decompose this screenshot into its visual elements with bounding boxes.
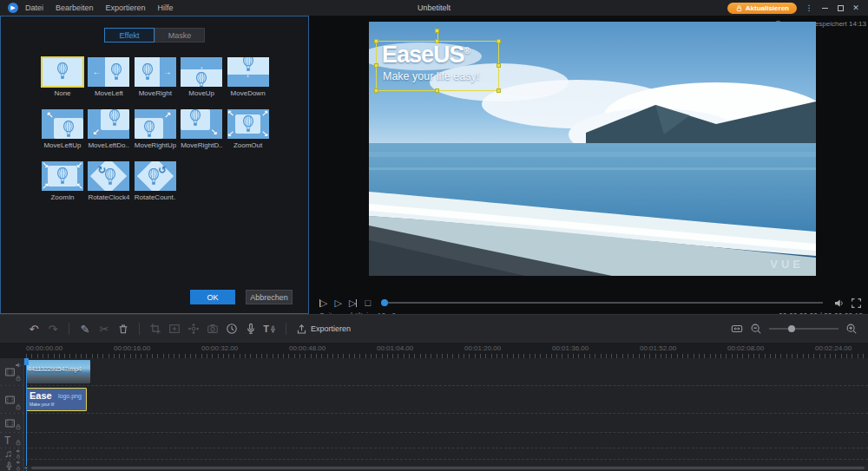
menu-datei[interactable]: Datei [25, 3, 43, 12]
text-track: T [0, 433, 868, 448]
effect-move-right-down[interactable]: ↘MoveRightD... [181, 109, 222, 149]
resize-handle-top-right[interactable] [496, 39, 501, 43]
video-clip[interactable]: 441132291547.mp4 [26, 360, 90, 383]
playhead-handle[interactable] [24, 358, 29, 365]
play-button[interactable]: ▷ [334, 298, 341, 308]
tab-effekt[interactable]: Effekt [104, 28, 155, 43]
direction-arrow-icon: ↖ [46, 111, 53, 120]
cancel-button[interactable]: Abbrechen [246, 290, 293, 304]
timeline-zoom-slider[interactable] [769, 328, 838, 330]
effect-move-right[interactable]: →MoveRight [135, 57, 176, 97]
resize-handle-mid-right[interactable] [496, 63, 501, 68]
seek-bar[interactable] [383, 302, 823, 304]
mute-track-icon[interactable] [16, 460, 21, 465]
snapshot-camera-icon[interactable] [203, 319, 222, 338]
motion-icon[interactable] [184, 319, 203, 338]
text-track-head: T [0, 433, 24, 448]
more-options-icon[interactable]: ⋮ [802, 2, 816, 14]
timeline: 00:00:00.0000:00:16.0000:00:32.0000:00:4… [0, 343, 868, 471]
app-logo-icon[interactable]: ▶ [8, 3, 18, 13]
ruler-timecode: 00:00:48.00 [289, 344, 326, 352]
step-backward-button[interactable]: ◁ [319, 298, 327, 308]
effect-move-up[interactable]: ↑MoveUp [181, 57, 222, 97]
lock-track-icon[interactable] [16, 454, 21, 459]
effect-none[interactable]: None [42, 57, 83, 97]
titlebar: ▶ DateiBearbeitenExportierenHilfe Unbeti… [0, 0, 868, 16]
text-to-speech-icon[interactable]: T [260, 319, 279, 338]
scrollbar-thumb[interactable] [31, 467, 865, 469]
undo-icon[interactable]: ↶ [24, 319, 43, 338]
volume-icon[interactable] [833, 298, 845, 309]
rotate-handle[interactable] [435, 29, 439, 33]
effect-move-left[interactable]: ←MoveLeft [88, 57, 129, 97]
lock-track-icon[interactable] [15, 423, 22, 430]
maximize-button[interactable] [833, 2, 847, 14]
fullscreen-icon[interactable] [851, 298, 862, 309]
zoom-frame-icon[interactable] [165, 319, 184, 338]
tab-maske[interactable]: Maske [155, 28, 205, 43]
video-canvas[interactable]: EaseUS® Make your life easy! VUE [369, 22, 816, 276]
fit-timeline-icon[interactable] [731, 323, 743, 335]
resize-handle-mid-left[interactable] [374, 63, 378, 68]
lock-track-icon[interactable] [15, 375, 22, 382]
lock-track-icon[interactable] [16, 466, 21, 471]
duration-clock-icon[interactable] [222, 319, 241, 338]
timeline-horizontal-scrollbar[interactable]: ◂ [24, 466, 868, 470]
balloon-icon [110, 63, 123, 82]
resize-handle-bottom-right[interactable] [496, 88, 501, 93]
effect-label: RotateClock45 [88, 193, 129, 201]
lock-track-icon[interactable] [15, 403, 22, 410]
logo-clip[interactable]: Ease Make your lif logo.png [26, 388, 87, 411]
resize-handle-top-left[interactable] [374, 39, 378, 43]
resize-handle-bottom-center[interactable] [435, 88, 439, 93]
minimize-button[interactable] [818, 2, 832, 14]
edit-pencil-icon[interactable]: ✎ [76, 319, 95, 338]
video-track-body[interactable]: 441132291547.mp4 [24, 358, 868, 385]
zoom-out-icon[interactable] [750, 323, 762, 335]
effect-move-down[interactable]: ↓MoveDown [227, 57, 269, 97]
effect-move-left-down[interactable]: ↙MoveLeftDo... [88, 109, 129, 149]
effect-zoom-out[interactable]: ↖↗↙↘ZoomOut [227, 109, 269, 149]
redo-icon[interactable]: ↷ [43, 319, 62, 338]
scroll-left-arrow[interactable]: ◂ [24, 464, 27, 470]
crop-icon[interactable] [146, 319, 165, 338]
music-track-body[interactable] [24, 448, 868, 459]
effect-thumbnail: ↖ [42, 109, 83, 139]
effect-move-left-up[interactable]: ↖MoveLeftUp [42, 109, 83, 149]
video-track: 441132291547.mp4 [0, 358, 868, 386]
timeline-ruler[interactable]: 00:00:00.0000:00:16.0000:00:32.0000:00:4… [0, 343, 868, 358]
overlay-track-1-body[interactable]: Ease Make your lif logo.png [24, 386, 868, 413]
effect-move-right-up[interactable]: ↗MoveRightUp [135, 109, 176, 149]
overlay-track-2-body[interactable] [24, 414, 868, 432]
split-scissors-icon[interactable]: ✂ [95, 319, 114, 338]
export-button[interactable]: Exportieren [296, 324, 351, 335]
text-track-body[interactable] [24, 433, 868, 448]
resize-handle-bottom-left[interactable] [374, 88, 378, 93]
menu-bearbeiten[interactable]: Bearbeiten [56, 3, 94, 12]
close-button[interactable]: ✕ [849, 2, 863, 14]
overlay-track-2 [0, 414, 868, 433]
step-forward-button[interactable]: ▷ [349, 298, 357, 308]
menu-exportieren[interactable]: Exportieren [106, 3, 146, 12]
overlay-track-2-head [0, 414, 24, 432]
effect-rotate-ccw[interactable]: ↺RotateCount... [135, 161, 176, 201]
ruler-timecode: 00:01:20.00 [464, 344, 501, 352]
lock-track-icon[interactable] [15, 439, 22, 446]
voiceover-mic-icon[interactable] [241, 319, 260, 338]
balloon-icon [195, 72, 208, 87]
balloon-icon [56, 167, 69, 186]
delete-trash-icon[interactable] [114, 319, 133, 338]
ruler-timecode: 00:00:32.00 [201, 344, 238, 352]
direction-arrow-icon: ← [92, 68, 101, 76]
zoom-in-icon[interactable] [845, 323, 858, 335]
stop-button[interactable]: □ [365, 298, 371, 308]
logo-overlay-selection[interactable]: EaseUS® Make your life easy! [376, 41, 499, 91]
update-button[interactable]: Aktualisieren [727, 3, 797, 14]
mute-track-icon[interactable] [15, 362, 22, 369]
effect-rotate-cw[interactable]: ↻RotateClock45 [88, 161, 129, 201]
seek-handle[interactable] [381, 299, 388, 306]
effect-zoom-in[interactable]: ↘↙↗↖ZoomIn [42, 161, 83, 201]
menu-hilfe[interactable]: Hilfe [158, 3, 174, 12]
ok-button[interactable]: OK [190, 290, 235, 304]
zoom-slider-handle[interactable] [788, 325, 795, 332]
